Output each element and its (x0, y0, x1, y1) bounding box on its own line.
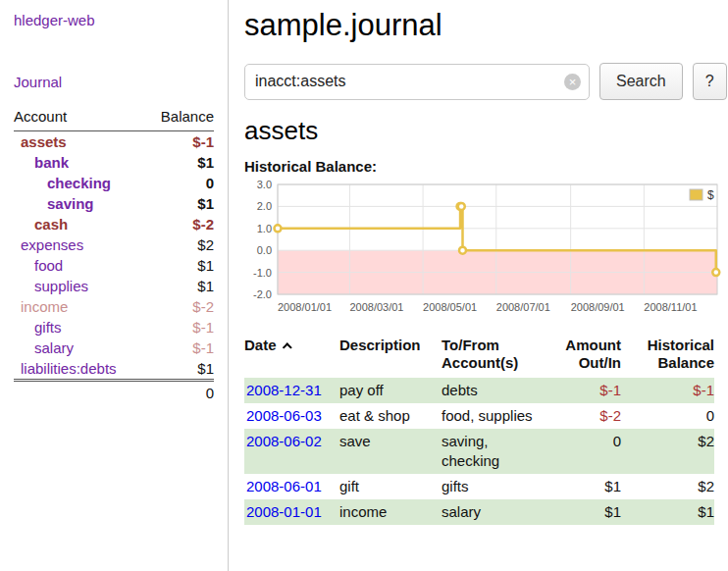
account-name-cell: income (14, 296, 145, 317)
page-title: sample.journal (244, 8, 727, 43)
account-name-cell: checking (14, 173, 145, 193)
register-table: Date Description To/From Account(s) Amou… (244, 335, 714, 525)
chart-x-tick-label: 2008/11/01 (644, 301, 697, 313)
sort-ascending-icon (282, 342, 291, 352)
register-header-amount: Amount Out/In (544, 335, 621, 378)
account-balance: $1 (145, 276, 214, 296)
account-name-cell: expenses (14, 234, 145, 255)
account-balance: $-2 (145, 214, 214, 234)
transaction-balance: $2 (621, 474, 714, 499)
transaction-date-cell: 2008-12-31 (244, 378, 339, 403)
register-header-accounts: To/From Account(s) (442, 335, 544, 378)
register-header-date[interactable]: Date (244, 335, 339, 378)
account-name-cell: saving (14, 193, 145, 214)
journal-link[interactable]: Journal (14, 74, 214, 90)
chart-x-tick-label: 2008/05/01 (423, 301, 477, 313)
register-row: 2008-06-02savesaving, checking0$2 (244, 429, 714, 474)
account-link-saving[interactable]: saving (47, 195, 94, 212)
register-row: 2008-12-31pay offdebts$-1$-1 (244, 378, 714, 403)
transaction-balance: $1 (621, 499, 714, 525)
transaction-balance: $2 (621, 429, 714, 474)
help-button[interactable]: ? (693, 63, 727, 100)
accounts-header-account: Account (14, 106, 145, 131)
search-box: × (244, 64, 590, 100)
account-heading: assets (244, 116, 727, 146)
register-row: 2008-06-01giftgifts$1$2 (244, 474, 714, 499)
transaction-date-cell: 2008-06-03 (244, 403, 339, 429)
transaction-accounts: food, supplies (442, 403, 544, 429)
search-button[interactable]: Search (599, 63, 683, 100)
chart-legend-label: $ (707, 188, 714, 202)
chart-data-point (459, 247, 466, 254)
accounts-total-spacer (14, 381, 145, 404)
accounts-total-row: 0 (14, 381, 214, 404)
account-link-checking[interactable]: checking (47, 175, 111, 191)
transaction-accounts: salary (442, 499, 544, 525)
account-link-income[interactable]: income (21, 298, 68, 315)
account-row: salary$-1 (14, 337, 214, 358)
account-link-assets[interactable]: assets (21, 133, 67, 150)
account-link-food[interactable]: food (34, 257, 63, 274)
transaction-date-link[interactable]: 2008-12-31 (246, 382, 322, 398)
chart-y-tick-label: -1.0 (253, 267, 272, 279)
chart-data-point (275, 225, 282, 232)
transaction-amount: $1 (544, 474, 621, 499)
transaction-date-link[interactable]: 2008-06-01 (246, 478, 322, 494)
search-input[interactable] (244, 64, 590, 100)
account-balance: $2 (145, 234, 214, 255)
transaction-date-link[interactable]: 2008-06-02 (246, 433, 322, 449)
account-name-cell: salary (14, 337, 145, 358)
account-link-bank[interactable]: bank (34, 154, 69, 171)
chart-title: Historical Balance: (244, 158, 727, 175)
account-link-salary[interactable]: salary (34, 339, 74, 356)
account-row: bank$1 (14, 152, 214, 173)
chart-y-tick-label: 2.0 (257, 200, 272, 212)
transaction-amount: $1 (544, 499, 621, 525)
clear-search-icon[interactable]: × (564, 74, 581, 90)
account-balance: $1 (145, 255, 214, 276)
transaction-description: gift (339, 474, 442, 499)
chart-x-tick-label: 2008/03/01 (349, 301, 403, 313)
account-link-supplies[interactable]: supplies (34, 278, 88, 294)
app-title-link[interactable]: hledger-web (14, 12, 214, 28)
account-balance: 0 (145, 173, 214, 193)
chart-x-tick-label: 2008/09/01 (571, 301, 625, 313)
sidebar: hledger-web Journal Account Balance asse… (0, 0, 229, 571)
register-table-body: 2008-12-31pay offdebts$-1$-12008-06-03ea… (244, 378, 714, 525)
account-row: supplies$1 (14, 276, 214, 296)
chart-x-tick-label: 2008/01/01 (278, 301, 332, 313)
chart-legend-swatch (690, 189, 702, 200)
chart-y-tick-label: -2.0 (253, 288, 272, 300)
transaction-date-cell: 2008-06-01 (244, 474, 339, 499)
chart-y-tick-label: 3.0 (257, 179, 272, 190)
chart-data-point (712, 269, 719, 276)
register-row: 2008-06-03eat & shopfood, supplies$-20 (244, 403, 714, 429)
account-row: liabilities:debts$1 (14, 358, 214, 381)
transaction-description: save (339, 429, 442, 474)
transaction-balance: $-1 (621, 378, 714, 403)
search-bar: × Search ? (244, 63, 727, 100)
main-content: sample.journal × Search ? assets Histori… (229, 0, 728, 571)
transaction-accounts: saving, checking (442, 429, 544, 474)
account-name-cell: assets (14, 131, 145, 153)
transaction-date-link[interactable]: 2008-06-03 (246, 407, 322, 424)
account-row: assets$-1 (14, 131, 214, 153)
account-name-cell: supplies (14, 276, 145, 296)
transaction-date-link[interactable]: 2008-01-01 (246, 503, 322, 520)
transaction-date-cell: 2008-06-02 (244, 429, 339, 474)
transaction-accounts: debts (442, 378, 544, 403)
register-header-description: Description (339, 335, 442, 378)
account-balance: $-1 (145, 337, 214, 358)
account-link-liabilities-debts[interactable]: liabilities:debts (21, 360, 117, 377)
account-link-expenses[interactable]: expenses (21, 236, 83, 253)
account-name-cell: bank (14, 152, 145, 173)
transaction-balance: 0 (621, 403, 714, 429)
account-link-gifts[interactable]: gifts (34, 319, 62, 336)
accounts-header-row: Account Balance (14, 106, 214, 131)
account-name-cell: food (14, 255, 145, 276)
transaction-amount: $-1 (544, 378, 621, 403)
account-link-cash[interactable]: cash (34, 216, 68, 233)
transaction-description: pay off (339, 378, 442, 403)
accounts-table-body: assets$-1bank$1checking0saving$1cash$-2e… (14, 131, 214, 381)
transaction-description: eat & shop (339, 403, 442, 429)
